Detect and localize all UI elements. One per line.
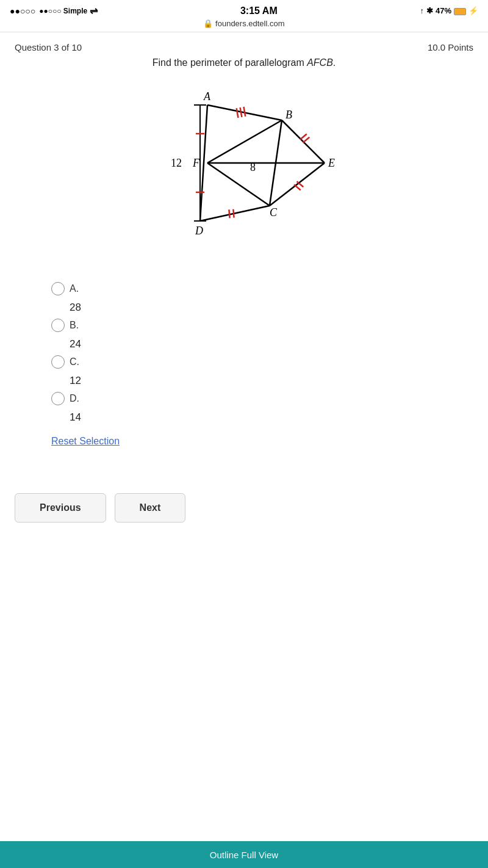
svg-line-9: [207, 163, 270, 206]
geometry-diagram: A B C D E F 12 8: [134, 81, 354, 264]
radio-D[interactable]: [51, 392, 65, 405]
bluetooth-icon: ✱: [426, 6, 433, 15]
radio-B[interactable]: [51, 319, 65, 332]
svg-line-13: [240, 107, 242, 117]
question-header: Question 3 of 10 10.0 Points: [15, 42, 473, 52]
radio-C[interactable]: [51, 355, 65, 369]
option-row-D[interactable]: D.: [51, 392, 473, 405]
label-E: E: [328, 157, 335, 169]
label-B: B: [285, 109, 292, 121]
option-row-A[interactable]: A.: [51, 282, 473, 295]
carrier-label: ●●○○○ Simple: [39, 7, 87, 15]
charging-icon: ⚡: [468, 6, 478, 15]
options-container: A. 28 B. 24 C. 12 D. 14: [15, 282, 473, 424]
status-bar: ●●○○○ ●●○○○ Simple ⇌ 3:15 AM ↑ ✱ 47% ⚡: [0, 0, 488, 19]
svg-line-4: [200, 206, 270, 221]
points-label: 10.0 Points: [428, 42, 473, 52]
label-F: F: [192, 157, 200, 169]
svg-line-18: [303, 137, 310, 143]
option-value-C: 12: [51, 375, 473, 387]
battery-area: ↑ ✱ 47% ⚡: [420, 6, 478, 15]
option-row-B[interactable]: B.: [51, 319, 473, 332]
diagram-container: A B C D E F 12 8: [15, 81, 473, 264]
label-12: 12: [171, 157, 182, 169]
nav-buttons: Previous Next: [0, 481, 488, 535]
signal-area: ●●○○○ ●●○○○ Simple ⇌: [10, 5, 98, 16]
svg-line-11: [270, 163, 325, 206]
url-bar: 🔒 founders.edtell.com: [0, 19, 488, 32]
option-label-B[interactable]: B.: [51, 319, 79, 332]
question-number: Question 3 of 10: [15, 42, 82, 52]
option-value-D: 14: [51, 411, 473, 424]
bottom-bar-text: Outline Full View: [210, 850, 278, 860]
svg-line-14: [244, 107, 246, 117]
arrow-icon: ↑: [420, 6, 424, 15]
label-D: D: [195, 225, 203, 237]
radio-A[interactable]: [51, 282, 65, 295]
lock-icon: 🔒: [203, 19, 213, 28]
svg-line-8: [207, 120, 282, 163]
bottom-bar: Outline Full View: [0, 841, 488, 868]
svg-line-16: [233, 209, 234, 218]
label-C: C: [270, 206, 278, 219]
svg-line-15: [229, 209, 229, 218]
option-letter-B: B.: [70, 320, 79, 331]
option-letter-A: A.: [70, 283, 79, 294]
next-button[interactable]: Next: [115, 493, 186, 523]
option-label-C[interactable]: C.: [51, 355, 79, 369]
svg-line-17: [300, 134, 307, 139]
main-content: Question 3 of 10 10.0 Points Find the pe…: [0, 32, 488, 481]
battery-percent: 47%: [436, 6, 451, 15]
svg-line-5: [200, 105, 207, 221]
option-label-D[interactable]: D.: [51, 392, 79, 405]
label-A: A: [203, 90, 211, 103]
option-value-A: 28: [51, 302, 473, 314]
battery-icon: [454, 8, 466, 15]
svg-line-12: [237, 108, 239, 118]
label-8: 8: [250, 161, 256, 173]
wifi-icon: ⇌: [90, 5, 98, 16]
clock: 3:15 AM: [240, 5, 278, 16]
previous-button[interactable]: Previous: [15, 493, 106, 523]
option-row-C[interactable]: C.: [51, 355, 473, 369]
option-value-B: 24: [51, 338, 473, 350]
svg-line-19: [294, 185, 301, 190]
option-letter-C: C.: [70, 356, 79, 367]
url-text: founders.edtell.com: [215, 19, 284, 28]
option-letter-D: D.: [70, 393, 79, 404]
question-text: Find the perimeter of parallelogram AFCB…: [15, 57, 473, 68]
signal-icon: ●●○○○: [10, 6, 35, 16]
reset-selection-link[interactable]: Reset Selection: [15, 436, 473, 447]
option-label-A[interactable]: A.: [51, 282, 79, 295]
